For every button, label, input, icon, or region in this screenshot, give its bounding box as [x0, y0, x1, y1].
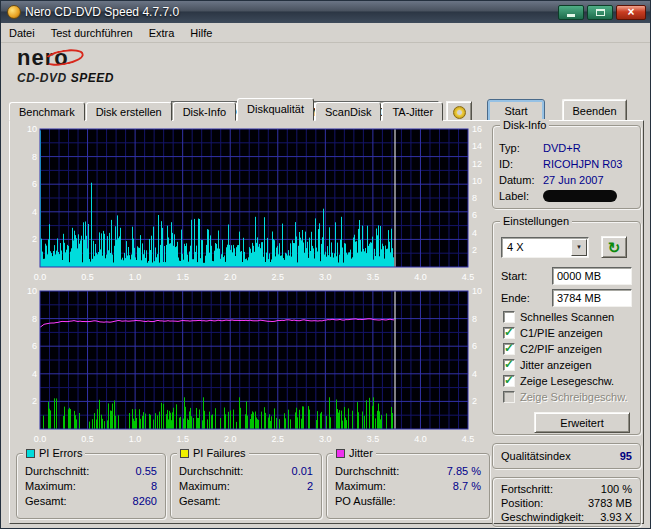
- check-icon: ✓: [504, 341, 514, 355]
- tab-disk-erstellen[interactable]: Disk erstellen: [86, 102, 172, 121]
- tab-ta-jitter[interactable]: TA-Jitter: [382, 102, 443, 121]
- stat-row-gesamt: Gesamt:: [179, 494, 313, 509]
- close-button[interactable]: ×: [616, 5, 646, 20]
- stats-box-title-text: PI Failures: [193, 447, 246, 459]
- svg-text:3.5: 3.5: [367, 434, 380, 444]
- checkbox-c1-pie-anzeigen[interactable]: ✓C1/PIE anzeigen: [503, 325, 634, 341]
- svg-text:2: 2: [472, 396, 477, 406]
- right-panel: Disk-Info Typ:DVD+RID:RICOHJPN R03Datum:…: [492, 121, 641, 523]
- svg-text:16: 16: [472, 125, 482, 134]
- pif-jitter-chart: 2468102468100.00.51.01.52.02.53.03.54.04…: [16, 287, 490, 447]
- tab-strip: BenchmarkDisk erstellenDisk-InfoDiskqual…: [9, 98, 444, 121]
- svg-text:8: 8: [32, 314, 37, 324]
- speed-select[interactable]: 4 X ▼: [501, 237, 589, 258]
- start-field[interactable]: 0000 MB: [552, 267, 632, 285]
- advanced-button[interactable]: Erweitert: [534, 412, 630, 433]
- checkbox-label: C2/PIF anzeigen: [520, 343, 602, 355]
- svg-text:2.5: 2.5: [272, 434, 285, 444]
- disk-info-label: Typ:: [499, 140, 543, 156]
- menu-item-hilfe[interactable]: Hilfe: [182, 23, 220, 43]
- checkbox-c2-pif-anzeigen[interactable]: ✓C2/PIF anzeigen: [503, 341, 634, 357]
- svg-text:6: 6: [472, 210, 477, 220]
- menu-item-test-durchfuhren[interactable]: Test durchführen: [43, 23, 141, 43]
- stat-row-durchschnitt: Durchschnitt:7.85 %: [335, 464, 481, 479]
- pif-jitter-plot: 2468102468100.00.51.01.52.02.53.03.54.04…: [16, 287, 490, 447]
- title-bar: Nero CD-DVD Speed 4.7.7.0 ×: [1, 1, 650, 23]
- stat-label: Durchschnitt:: [25, 464, 89, 479]
- legend-swatch: [180, 449, 189, 458]
- stat-row-gesamt: Gesamt:8260: [25, 494, 157, 509]
- svg-text:4: 4: [32, 369, 37, 379]
- stat-label: Gesamt:: [179, 494, 221, 509]
- legend-swatch: [26, 449, 35, 458]
- window-title: Nero CD-DVD Speed 4.7.7.0: [25, 5, 555, 19]
- app-window: Nero CD-DVD Speed 4.7.7.0 × DateiTest du…: [0, 0, 651, 529]
- checkbox-zeige-schreibgeschw[interactable]: Zeige Schreibgeschw.: [503, 389, 634, 405]
- checkbox-schnelles-scannen[interactable]: Schnelles Scannen: [503, 309, 634, 325]
- menu-item-datei[interactable]: Datei: [1, 23, 43, 43]
- svg-text:3.0: 3.0: [319, 434, 332, 444]
- nero-logo-wordmark: nero: [17, 45, 157, 71]
- minimize-button[interactable]: [558, 5, 584, 20]
- checkbox-box: ✓: [503, 343, 515, 355]
- svg-text:2.0: 2.0: [224, 434, 237, 444]
- maximize-button[interactable]: [587, 5, 613, 20]
- tab-benchmark[interactable]: Benchmark: [9, 102, 85, 121]
- menu-item-extra[interactable]: Extra: [141, 23, 183, 43]
- stat-row-maximum: Maximum:8.7 %: [335, 479, 481, 494]
- logo-product-line: CD-DVD: [17, 71, 67, 85]
- checkbox-box: [503, 391, 515, 403]
- end-field-label: Ende:: [501, 292, 552, 304]
- refresh-button[interactable]: ↻: [601, 236, 627, 258]
- disk-quality-tab-page: 2468102468101214160.00.51.01.52.02.53.03…: [9, 120, 644, 524]
- disk-info-row-datum: Datum:27 Jun 2007: [499, 172, 634, 188]
- svg-text:3.0: 3.0: [319, 272, 332, 282]
- status-row-fortschritt: Fortschritt:100 %: [501, 482, 632, 496]
- stat-row-durchschnitt: Durchschnitt:0.55: [25, 464, 157, 479]
- disk-info-label: Label:: [499, 188, 543, 204]
- status-value: 100 %: [601, 482, 632, 496]
- stat-row-durchschnitt: Durchschnitt:0.01: [179, 464, 313, 479]
- svg-text:1.0: 1.0: [129, 272, 142, 282]
- stat-value: 8260: [133, 494, 157, 509]
- tab-scandisk[interactable]: ScanDisk: [315, 102, 381, 121]
- status-label: Fortschritt:: [501, 482, 553, 496]
- checkbox-zeige-lesegeschw[interactable]: ✓Zeige Lesegeschw.: [503, 373, 634, 389]
- stat-value: 7.85 %: [447, 464, 481, 479]
- svg-text:2: 2: [32, 396, 37, 406]
- svg-text:4: 4: [472, 228, 477, 238]
- svg-text:6: 6: [32, 179, 37, 189]
- svg-text:12: 12: [472, 159, 482, 169]
- minimize-icon: [567, 14, 575, 17]
- stat-label: PO Ausfälle:: [335, 494, 396, 509]
- stats-box-pi-failures: PI FailuresDurchschnitt:0.01Maximum:2Ges…: [170, 453, 322, 519]
- stats-box-title: PI Failures: [177, 447, 249, 459]
- logo-product-word: SPEED: [71, 71, 114, 85]
- end-field[interactable]: 3784 MB: [552, 289, 632, 307]
- svg-text:8: 8: [32, 152, 37, 162]
- svg-text:1.0: 1.0: [129, 434, 142, 444]
- svg-text:1.5: 1.5: [176, 434, 189, 444]
- svg-text:1.5: 1.5: [176, 272, 189, 282]
- stats-box-title: Jitter: [333, 447, 376, 459]
- disk-info-rows: Typ:DVD+RID:RICOHJPN R03Datum:27 Jun 200…: [499, 140, 634, 204]
- check-icon: ✓: [504, 325, 514, 339]
- toolbar: nero CD-DVDSPEED [2:0] LITE-ON DVDRW SHM…: [1, 43, 650, 98]
- tab-disk-info[interactable]: Disk-Info: [173, 102, 236, 121]
- svg-text:6: 6: [472, 341, 477, 351]
- disk-info-group: Disk-Info Typ:DVD+RID:RICOHJPN R03Datum:…: [492, 125, 641, 209]
- progress-box: Fortschritt:100 %Position:3783 MBGeschwi…: [492, 477, 641, 527]
- checkbox-jitter-anzeigen[interactable]: ✓Jitter anzeigen: [503, 357, 634, 373]
- stat-value: 0.55: [136, 464, 157, 479]
- stat-value: 8: [151, 479, 157, 494]
- svg-text:2: 2: [472, 245, 477, 255]
- tab-diskqualitat[interactable]: Diskqualität: [237, 98, 314, 121]
- disk-info-title: Disk-Info: [500, 119, 549, 131]
- speed-select-value: 4 X: [502, 241, 570, 253]
- svg-text:8: 8: [472, 193, 477, 203]
- chevron-down-icon[interactable]: ▼: [571, 239, 587, 256]
- disk-info-value: 27 Jun 2007: [543, 172, 604, 188]
- disk-info-row-label: Label:: [499, 188, 634, 204]
- svg-text:0.5: 0.5: [81, 272, 94, 282]
- disk-info-label: Datum:: [499, 172, 543, 188]
